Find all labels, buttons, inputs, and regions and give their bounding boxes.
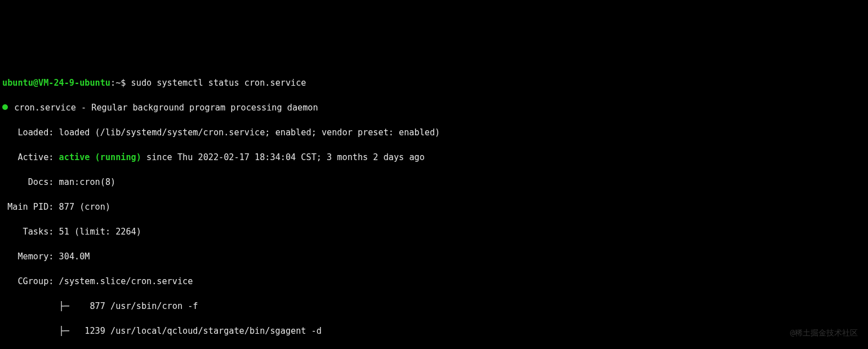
prompt-cwd: :~$ [110,78,131,88]
memory-line: Memory: 304.0M [2,250,868,263]
tasks-value: 51 (limit: 2264) [59,227,141,237]
unit-line: cron.service - Regular background progra… [2,101,868,114]
docs-line: Docs: man:cron(8) [2,176,868,188]
active-line: Active: active (running) since Thu 2022-… [2,151,868,164]
cgroup-label: CGroup: [2,276,59,286]
terminal[interactable]: ubuntu@VM-24-9-ubuntu:~$ sudo systemctl … [0,62,868,349]
active-state: active (running) [59,152,141,162]
memory-value: 304.0M [59,251,90,262]
mainpid-value: 877 (cron) [59,202,110,212]
mainpid-line: Main PID: 877 (cron) [2,201,868,213]
docs-label: Docs: [2,177,59,187]
cgroup-tree-line: ├─ 877 /usr/sbin/cron -f [2,300,868,312]
unit-desc: Regular background program processing da… [91,103,318,113]
loaded-value: loaded (/lib/systemd/system/cron.service… [59,127,440,138]
status-dot-icon [2,104,8,110]
unit-name: cron.service [14,103,76,113]
docs-value: man:cron(8) [59,177,116,187]
unit-dash: - [76,103,91,113]
loaded-label: Loaded: [2,127,59,138]
active-label: Active: [2,152,59,162]
cgroup-tree-line: ├─ 1239 /usr/local/qcloud/stargate/bin/s… [2,325,868,337]
mainpid-label: Main PID: [2,202,59,212]
tasks-line: Tasks: 51 (limit: 2264) [2,226,868,238]
tasks-label: Tasks: [2,227,59,237]
active-tail: since Thu 2022-02-17 18:34:04 CST; 3 mon… [141,152,425,162]
prompt-command: sudo systemctl status cron.service [131,78,306,88]
prompt-line: ubuntu@VM-24-9-ubuntu:~$ sudo systemctl … [2,77,868,89]
loaded-line: Loaded: loaded (/lib/systemd/system/cron… [2,126,868,139]
prompt-user-host: ubuntu@VM-24-9-ubuntu [2,78,110,88]
cgroup-value: /system.slice/cron.service [59,276,193,286]
cgroup-line: CGroup: /system.slice/cron.service [2,275,868,288]
memory-label: Memory: [2,251,59,262]
